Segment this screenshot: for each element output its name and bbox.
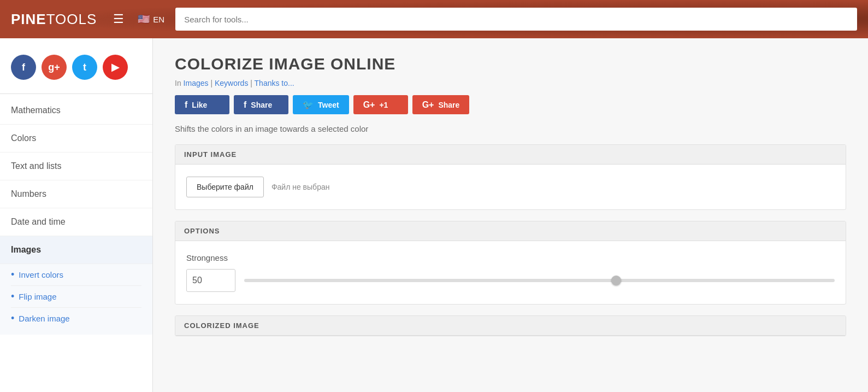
logo-bold: PINE <box>11 11 46 27</box>
twitter-tweet-button[interactable]: 🐦 Tweet <box>293 95 349 114</box>
sidebar: f g+ t ▶ Mathematics Colors Text and lis… <box>0 38 153 392</box>
language-selector[interactable]: 🇺🇸 EN <box>138 13 164 25</box>
flip-image-label: Flip image <box>19 292 56 301</box>
bullet-icon: • <box>11 313 14 324</box>
page-title: COLORIZE IMAGE ONLINE <box>175 55 846 73</box>
sidebar-item-numbers[interactable]: Numbers <box>0 180 152 208</box>
slider-track[interactable] <box>244 279 835 282</box>
hamburger-icon[interactable]: ☰ <box>113 12 124 26</box>
logo[interactable]: PINETOOLS <box>11 11 97 28</box>
search-input[interactable] <box>175 8 857 31</box>
slider-row <box>186 269 835 292</box>
header: PINETOOLS ☰ 🇺🇸 EN <box>0 0 868 38</box>
main-content: COLORIZE IMAGE ONLINE In Images | Keywor… <box>153 38 868 392</box>
sidebar-item-flip-image[interactable]: • Flip image <box>11 286 141 308</box>
colorized-image-section-header: COLORIZED IMAGE <box>175 316 846 336</box>
facebook-like-button[interactable]: f Like <box>175 95 229 114</box>
strongness-input[interactable] <box>186 269 235 292</box>
options-section-body: Strongness <box>175 241 846 304</box>
options-section-header: OPTIONS <box>175 221 846 241</box>
share-fb-label: Share <box>251 101 272 109</box>
input-image-section-body: Выберите файл Файл не выбран <box>175 165 846 209</box>
file-status-label: Файл не выбран <box>271 183 330 191</box>
lang-label: EN <box>153 15 164 24</box>
page-description: Shifts the colors in an image towards a … <box>175 124 846 133</box>
like-label: Like <box>192 101 207 109</box>
breadcrumb-thanks-link[interactable]: Thanks to... <box>255 79 294 87</box>
facebook-social-icon[interactable]: f <box>11 55 36 80</box>
facebook-share-button[interactable]: f Share <box>234 95 288 114</box>
bullet-icon: • <box>11 269 14 280</box>
darken-image-label: Darken image <box>19 314 69 323</box>
social-icons-row: f g+ t ▶ <box>0 49 152 91</box>
sidebar-item-darken-image[interactable]: • Darken image <box>11 308 141 329</box>
layout: f g+ t ▶ Mathematics Colors Text and lis… <box>0 38 868 392</box>
sidebar-item-text-and-lists[interactable]: Text and lists <box>0 153 152 180</box>
sidebar-item-date-and-time[interactable]: Date and time <box>0 208 152 236</box>
invert-colors-label: Invert colors <box>19 270 63 279</box>
share-gp-label: Share <box>438 101 459 109</box>
flag-icon: 🇺🇸 <box>138 13 150 25</box>
file-input-row: Выберите файл Файл не выбран <box>186 177 835 197</box>
breadcrumb-keywords-link[interactable]: Keywords <box>215 79 248 87</box>
sidebar-sub-menu: • Invert colors • Flip image • Darken im… <box>0 264 152 335</box>
slider-thumb[interactable] <box>611 276 621 285</box>
share-buttons-row: f Like f Share 🐦 Tweet G+ +1 G+ Share <box>175 95 846 114</box>
googleplus-share-button[interactable]: G+ Share <box>412 95 470 114</box>
googleplus-plus1-icon: G+ <box>363 100 375 110</box>
breadcrumb-prefix: In <box>175 79 181 87</box>
options-section: OPTIONS Strongness <box>175 221 846 305</box>
plus1-label: +1 <box>379 101 388 109</box>
sidebar-item-colors[interactable]: Colors <box>0 125 152 153</box>
twitter-social-icon[interactable]: t <box>72 55 97 80</box>
breadcrumb: In Images | Keywords | Thanks to... <box>175 79 846 87</box>
sidebar-item-images[interactable]: Images <box>0 236 152 264</box>
logo-light: TOOLS <box>46 11 97 27</box>
input-image-section: INPUT IMAGE Выберите файл Файл не выбран <box>175 144 846 210</box>
input-image-section-header: INPUT IMAGE <box>175 145 846 165</box>
facebook-share-icon: f <box>244 100 246 110</box>
twitter-icon: 🐦 <box>303 100 314 110</box>
breadcrumb-images-link[interactable]: Images <box>184 79 209 87</box>
strongness-label: Strongness <box>186 253 835 262</box>
colorized-image-section: COLORIZED IMAGE <box>175 315 846 336</box>
youtube-social-icon[interactable]: ▶ <box>103 55 128 80</box>
sidebar-divider <box>0 93 152 94</box>
facebook-like-icon: f <box>185 100 187 110</box>
sidebar-item-mathematics[interactable]: Mathematics <box>0 97 152 125</box>
googleplus-share-icon: G+ <box>422 100 434 110</box>
googleplus-social-icon[interactable]: g+ <box>42 55 67 80</box>
tweet-label: Tweet <box>318 101 339 109</box>
sidebar-item-invert-colors[interactable]: • Invert colors <box>11 264 141 286</box>
bullet-icon: • <box>11 291 14 302</box>
file-choose-button[interactable]: Выберите файл <box>186 177 264 197</box>
googleplus-plus1-button[interactable]: G+ +1 <box>353 95 408 114</box>
